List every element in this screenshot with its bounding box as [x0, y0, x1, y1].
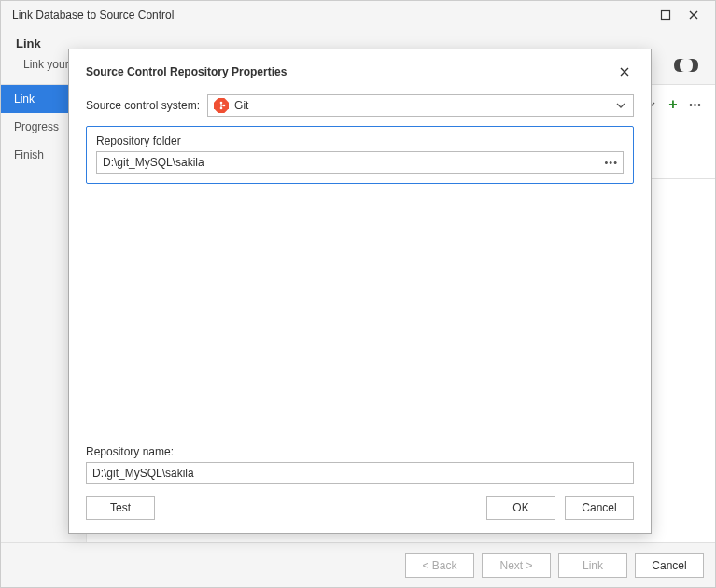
next-button[interactable]: Next > [482, 553, 551, 578]
test-button[interactable]: Test [86, 496, 155, 520]
maximize-icon [660, 9, 671, 21]
source-control-select[interactable]: Git [207, 94, 634, 117]
dialog-spacer [86, 191, 634, 445]
cancel-button[interactable]: Cancel [635, 553, 704, 578]
add-button[interactable]: + [665, 96, 681, 113]
dialog-footer: Test OK Cancel [86, 496, 634, 520]
source-control-label: Source control system: [86, 99, 200, 112]
cancel-button[interactable]: Cancel [565, 496, 634, 520]
close-icon [619, 66, 630, 77]
ellipsis-icon: ••• [604, 157, 618, 168]
repository-name-label: Repository name: [86, 445, 634, 458]
repository-name-input[interactable] [86, 462, 634, 484]
maximize-button[interactable] [652, 4, 680, 26]
repository-properties-dialog: Source Control Repository Properties Sou… [68, 49, 652, 534]
repository-folder-input[interactable] [96, 151, 624, 174]
source-control-row: Source control system: Git [86, 94, 634, 117]
repository-folder-fieldset: Repository folder ••• [86, 126, 634, 184]
git-icon [214, 98, 229, 113]
repository-folder-label: Repository folder [96, 134, 624, 147]
browse-button[interactable]: ••• [604, 157, 618, 168]
svg-rect-0 [662, 11, 670, 20]
back-button[interactable]: < Back [405, 553, 474, 578]
chevron-down-icon [614, 103, 627, 108]
more-button[interactable]: ••• [687, 96, 704, 113]
link-logo-icon [672, 55, 700, 79]
link-button[interactable]: Link [558, 553, 627, 578]
window-title: Link Database to Source Control [8, 8, 652, 21]
close-button[interactable] [680, 4, 708, 26]
plus-icon: + [668, 96, 677, 113]
repository-name-section: Repository name: [86, 445, 634, 484]
ok-button[interactable]: OK [486, 496, 555, 520]
close-icon [688, 9, 699, 21]
dialog-close-button[interactable] [615, 63, 634, 81]
repository-folder-wrapper: ••• [96, 151, 624, 174]
ellipsis-icon: ••• [689, 100, 702, 110]
titlebar: Link Database to Source Control [1, 1, 715, 29]
main-footer: < Back Next > Link Cancel [1, 542, 715, 587]
source-control-value: Git [234, 99, 614, 112]
dialog-title: Source Control Repository Properties [86, 65, 615, 78]
dialog-header: Source Control Repository Properties [86, 63, 634, 81]
